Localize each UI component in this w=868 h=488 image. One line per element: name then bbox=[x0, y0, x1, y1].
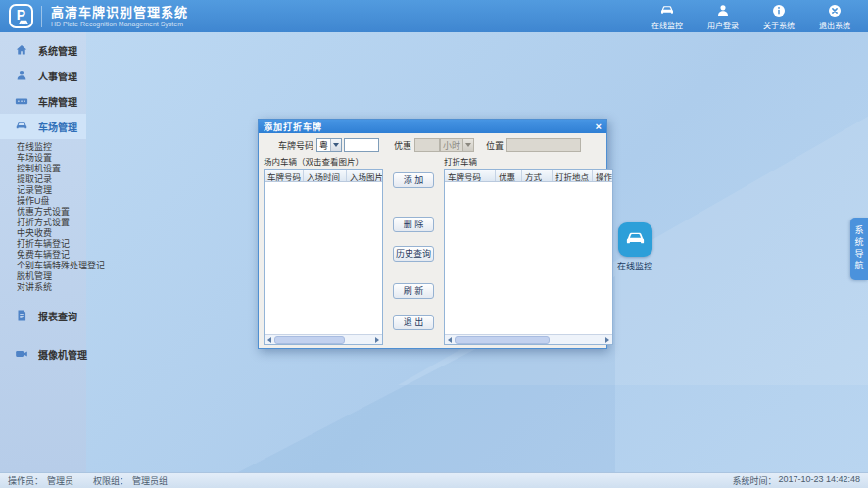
dialog-panes: 场内车辆（双击查看图片） 车牌号码 入场时间 入场图片 bbox=[259, 157, 606, 345]
submenu-item[interactable]: 免费车辆登记 bbox=[17, 250, 86, 261]
column-header[interactable]: 入场时间 bbox=[304, 170, 347, 181]
submenu-item[interactable]: 打折方式设置 bbox=[17, 218, 86, 228]
submenu-item[interactable]: 优惠方式设置 bbox=[17, 207, 86, 218]
permission-group-label: 权限组： bbox=[93, 474, 128, 487]
action-label: 关于系统 bbox=[763, 20, 795, 30]
header-divider bbox=[41, 6, 42, 27]
sidebar-item-report-query[interactable]: 报表查询 bbox=[0, 303, 86, 328]
in-lot-vehicles-table[interactable]: 车牌号码 入场时间 入场图片 bbox=[264, 169, 383, 345]
scrollbar-thumb[interactable] bbox=[455, 336, 550, 344]
scrollbar-thumb[interactable] bbox=[274, 336, 345, 344]
column-header[interactable]: 入场图片 bbox=[347, 170, 382, 181]
province-select[interactable]: 粤 bbox=[316, 138, 342, 152]
table-header-row: 车牌号码 入场时间 入场图片 bbox=[265, 170, 382, 182]
sidebar-item-label: 报表查询 bbox=[38, 309, 77, 323]
report-icon bbox=[15, 309, 28, 322]
province-value: 粤 bbox=[317, 139, 330, 152]
submenu-item[interactable]: 记录管理 bbox=[17, 185, 86, 196]
system-nav-tab[interactable]: 系统导航 bbox=[850, 218, 868, 280]
refresh-button[interactable]: 刷 新 bbox=[393, 283, 434, 299]
plate-number-input[interactable] bbox=[344, 138, 379, 152]
exit-system-action[interactable]: 退出系统 bbox=[811, 3, 858, 30]
dialog-form-row: 车牌号码 粤 优惠 小时 位置 bbox=[259, 133, 606, 157]
action-label: 用户登录 bbox=[707, 20, 739, 30]
sidebar-item-label: 车场管理 bbox=[38, 120, 77, 134]
exit-button[interactable]: 退 出 bbox=[393, 315, 434, 330]
car-icon bbox=[624, 228, 647, 251]
top-header: P 高清车牌识别管理系统 HD Plate Recognition Manage… bbox=[0, 0, 868, 32]
table-body[interactable] bbox=[265, 182, 382, 334]
dialog-close-icon[interactable]: × bbox=[596, 122, 602, 131]
dialog-button-column: 添 加 删 除 历史查询 刷 新 退 出 bbox=[383, 157, 444, 345]
horizontal-scrollbar[interactable] bbox=[445, 334, 612, 344]
column-header[interactable]: 优惠 bbox=[496, 170, 522, 181]
position-label: 位置 bbox=[486, 139, 504, 152]
operator-label: 操作员： bbox=[8, 474, 43, 487]
parking-submenu: 在线监控 车场设置 控制机设置 提取记录 记录管理 操作U盘 优惠方式设置 打折… bbox=[0, 139, 86, 295]
submenu-item[interactable]: 操作U盘 bbox=[17, 196, 86, 207]
submenu-item[interactable]: 在线监控 bbox=[17, 142, 86, 153]
discount-vehicles-table[interactable]: 车牌号码 优惠 方式 打折地点 操作 bbox=[444, 169, 613, 345]
info-icon bbox=[771, 3, 787, 19]
submenu-item[interactable]: 脱机管理 bbox=[17, 271, 86, 282]
sidebar-item-personnel-mgmt[interactable]: 人事管理 bbox=[0, 63, 86, 88]
sidebar-item-plate-mgmt[interactable]: 车牌管理 bbox=[0, 88, 86, 114]
car-icon bbox=[15, 120, 28, 133]
column-header[interactable]: 打折地点 bbox=[553, 170, 593, 181]
discount-unit-value: 小时 bbox=[441, 139, 462, 152]
title-block: 高清车牌识别管理系统 HD Plate Recognition Manageme… bbox=[51, 5, 188, 28]
sidebar-item-parking-mgmt[interactable]: 车场管理 bbox=[0, 114, 86, 139]
horizontal-scrollbar[interactable] bbox=[265, 334, 382, 344]
history-query-button[interactable]: 历史查询 bbox=[393, 246, 434, 262]
column-header[interactable]: 车牌号码 bbox=[265, 170, 304, 181]
chevron-down-icon[interactable] bbox=[330, 139, 341, 151]
discount-unit-select: 小时 bbox=[440, 138, 474, 152]
about-system-action[interactable]: 关于系统 bbox=[755, 3, 802, 30]
action-label: 退出系统 bbox=[819, 20, 850, 30]
scroll-left-icon[interactable] bbox=[445, 335, 455, 344]
sidebar: 系统管理 人事管理 车牌管理 车场管理 在线监控 车场设置 控制机设置 提取记录… bbox=[0, 32, 86, 472]
app-logo: P bbox=[9, 4, 33, 28]
home-icon bbox=[15, 43, 28, 57]
table-header-row: 车牌号码 优惠 方式 打折地点 操作 bbox=[445, 170, 612, 182]
discount-vehicles-caption: 打折车辆 bbox=[444, 157, 613, 169]
in-lot-vehicles-pane: 场内车辆（双击查看图片） 车牌号码 入场时间 入场图片 bbox=[264, 157, 383, 345]
discount-label: 优惠 bbox=[394, 139, 411, 152]
add-button[interactable]: 添 加 bbox=[393, 172, 434, 188]
user-login-action[interactable]: 用户登录 bbox=[699, 3, 747, 30]
sidebar-item-label: 系统管理 bbox=[38, 43, 77, 58]
submenu-item[interactable]: 提取记录 bbox=[17, 174, 86, 185]
scroll-right-icon[interactable] bbox=[372, 335, 382, 344]
sidebar-item-system-mgmt[interactable]: 系统管理 bbox=[0, 37, 86, 63]
submenu-item[interactable]: 对讲系统 bbox=[17, 282, 86, 293]
sidebar-item-label: 人事管理 bbox=[38, 69, 77, 83]
car-icon bbox=[659, 3, 675, 19]
scrollbar-track[interactable] bbox=[455, 336, 603, 344]
online-monitor-action[interactable]: 在线监控 bbox=[644, 3, 691, 30]
person-icon bbox=[15, 69, 28, 82]
table-body[interactable] bbox=[445, 182, 612, 334]
submenu-item[interactable]: 中央收费 bbox=[17, 228, 86, 239]
permission-group-value: 管理员组 bbox=[132, 474, 168, 487]
submenu-item[interactable]: 打折车辆登记 bbox=[17, 239, 86, 250]
app-subtitle: HD Plate Recognition Management System bbox=[51, 20, 188, 28]
logo-car-icon bbox=[19, 20, 28, 24]
sidebar-item-camera-mgmt[interactable]: 摄像机管理 bbox=[0, 341, 86, 366]
plate-number-label: 车牌号码 bbox=[278, 139, 313, 152]
column-header[interactable]: 方式 bbox=[522, 170, 553, 181]
column-header[interactable]: 操作 bbox=[593, 170, 612, 181]
delete-button[interactable]: 删 除 bbox=[393, 217, 434, 232]
scroll-right-icon[interactable] bbox=[603, 335, 612, 344]
system-time-label: 系统时间： bbox=[732, 474, 776, 487]
scroll-left-icon[interactable] bbox=[265, 335, 274, 344]
column-header[interactable]: 车牌号码 bbox=[445, 170, 496, 181]
status-left: 操作员： 管理员 权限组： 管理员组 bbox=[0, 474, 168, 487]
chevron-down-icon bbox=[462, 139, 473, 151]
shortcut-label: 在线监控 bbox=[617, 260, 652, 272]
submenu-item[interactable]: 车场设置 bbox=[17, 153, 86, 164]
discount-vehicles-pane: 打折车辆 车牌号码 优惠 方式 打折地点 操作 bbox=[444, 157, 613, 345]
add-discount-plate-dialog: 添加打折车牌 × 车牌号码 粤 优惠 小时 位置 bbox=[258, 119, 607, 349]
submenu-item[interactable]: 控制机设置 bbox=[17, 164, 86, 174]
submenu-item[interactable]: 个别车辆特殊处理登记 bbox=[17, 261, 86, 271]
scrollbar-track[interactable] bbox=[274, 336, 372, 344]
